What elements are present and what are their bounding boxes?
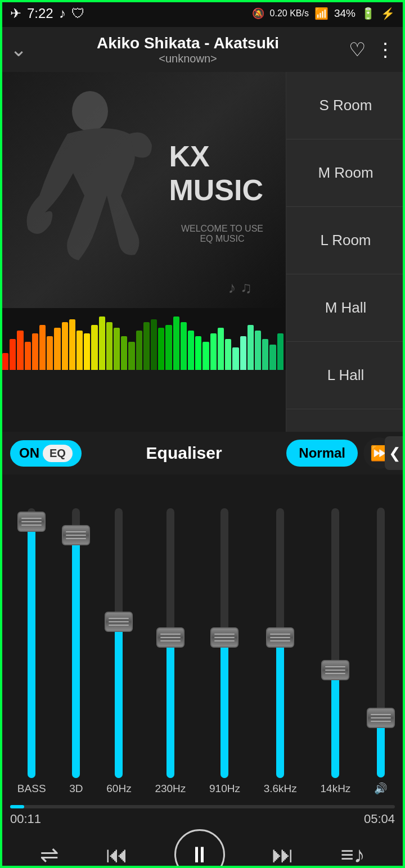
- dropdown-item[interactable]: M Hall: [286, 274, 405, 342]
- slider-fill: [115, 622, 123, 778]
- slider-track[interactable]: [115, 508, 123, 778]
- bolt-icon: ⚡: [381, 7, 395, 20]
- shuffle-button[interactable]: ⇌: [40, 842, 59, 867]
- slider-track[interactable]: [166, 508, 174, 778]
- player-header: ⌄ Akiko Shikata - Akatsuki <unknown> ♡ ⋮: [0, 27, 405, 72]
- visualizer-bar: [39, 325, 46, 370]
- back-button[interactable]: ⌄: [10, 38, 27, 61]
- slider-label: 910Hz: [209, 783, 240, 801]
- slider-thumb[interactable]: [210, 627, 238, 648]
- previous-button[interactable]: ⏮: [106, 842, 128, 867]
- slider-track[interactable]: [72, 508, 80, 778]
- thumb-line: [160, 637, 181, 638]
- slider-column: 3.6kHz: [264, 480, 297, 801]
- thumb-line: [371, 714, 391, 715]
- music-note-icon: ♪: [59, 6, 66, 21]
- visualizer-bar: [181, 322, 187, 370]
- slider-fill: [28, 522, 35, 778]
- slider-fill: [220, 638, 228, 778]
- speed-indicator: 0.20 KB/s: [270, 8, 309, 19]
- progress-times: 00:11 05:04: [10, 812, 395, 826]
- slider-column: 910Hz: [209, 480, 240, 801]
- thumb-line: [160, 634, 181, 635]
- more-options-button[interactable]: ⋮: [376, 38, 395, 61]
- progress-bar[interactable]: [10, 805, 395, 808]
- eq-badge: EQ: [43, 445, 73, 462]
- slider-fill: [276, 638, 284, 778]
- visualizer-bar: [114, 328, 120, 370]
- thumb-line: [214, 637, 235, 638]
- visualizer-bar: [76, 331, 83, 370]
- visualizer-bar: [151, 319, 157, 370]
- slider-column: 60Hz: [106, 480, 131, 801]
- visualizer-bar: [218, 328, 224, 370]
- slider-fill: [166, 638, 174, 778]
- main-content: KX MUSIC WELCOME TO USE EQ MUSIC ♪ ♫ S R…: [0, 72, 405, 432]
- slider-thumb[interactable]: [105, 612, 133, 632]
- visualizer-bar: [136, 331, 142, 370]
- eq-collapse-button[interactable]: ❮: [385, 436, 405, 470]
- slider-thumb[interactable]: [266, 627, 294, 648]
- slider-thumb[interactable]: [17, 512, 46, 532]
- shield-icon: 🛡: [71, 6, 85, 21]
- progress-area: 00:11 05:04: [0, 801, 405, 826]
- thumb-line: [214, 640, 235, 641]
- album-art: KX MUSIC WELCOME TO USE EQ MUSIC ♪ ♫: [0, 72, 286, 308]
- slider-track[interactable]: [220, 508, 228, 778]
- slider-column: 🔊: [374, 480, 388, 801]
- visualizer-bar: [10, 339, 16, 370]
- slider-track[interactable]: [331, 508, 339, 778]
- slider-label: 230Hz: [155, 783, 186, 801]
- dropdown-item[interactable]: S Room: [286, 72, 405, 139]
- thumb-line: [325, 670, 345, 671]
- visualizer-bar: [202, 342, 209, 370]
- sliders-area: BASS3D60Hz230Hz910Hz3.6kHz14kHz🔊: [0, 474, 405, 801]
- thumb-line: [66, 531, 86, 532]
- visualizer-bar: [210, 333, 217, 370]
- eq-preset-button[interactable]: Normal: [286, 440, 358, 467]
- favorite-button[interactable]: ♡: [349, 38, 366, 61]
- pause-button[interactable]: ⏸: [174, 829, 225, 868]
- visualizer-bar: [25, 342, 31, 370]
- visualizer-bar: [165, 325, 172, 370]
- thumb-line: [109, 625, 129, 626]
- slider-column: BASS: [17, 480, 46, 801]
- slider-label: 🔊: [374, 782, 388, 801]
- visualizer-bar: [69, 319, 75, 370]
- status-left: ✈ 7:22 ♪ 🛡: [10, 6, 85, 21]
- slider-thumb[interactable]: [62, 525, 90, 545]
- slider-thumb[interactable]: [156, 627, 184, 648]
- playlist-button[interactable]: ≡♪: [340, 842, 364, 867]
- dropdown-item[interactable]: M Room: [286, 139, 405, 207]
- dropdown-item[interactable]: L Room: [286, 207, 405, 274]
- thumb-line: [21, 518, 42, 519]
- thumb-line: [109, 618, 129, 619]
- thumb-line: [270, 634, 290, 635]
- battery-icon: 🔋: [361, 7, 375, 20]
- slider-track[interactable]: [28, 508, 35, 778]
- slider-track[interactable]: [276, 508, 284, 778]
- eq-on-button[interactable]: ON EQ: [10, 440, 82, 467]
- visualizer-bar: [17, 331, 23, 370]
- mute-icon: 🔕: [252, 7, 264, 20]
- visualizer-bar: [269, 345, 276, 370]
- slider-thumb[interactable]: [367, 708, 395, 728]
- slider-thumb[interactable]: [321, 660, 349, 680]
- current-time: 00:11: [10, 812, 41, 826]
- thumb-line: [66, 535, 86, 536]
- visualizer-bar: [91, 325, 97, 370]
- dropdown-item[interactable]: L Hall: [286, 342, 405, 409]
- track-title: Akiko Shikata - Akatsuki: [36, 34, 340, 52]
- visualizer-bar: [84, 333, 90, 370]
- thumb-line: [214, 634, 235, 635]
- slider-track[interactable]: [377, 508, 385, 777]
- next-button[interactable]: ⏭: [272, 842, 294, 867]
- thumb-line: [270, 637, 290, 638]
- thumb-line: [21, 521, 42, 522]
- welcome-text: WELCOME TO USE EQ MUSIC: [181, 224, 263, 244]
- slider-label: 60Hz: [106, 783, 131, 801]
- airplane-icon: ✈: [10, 6, 21, 21]
- visualizer-bar: [128, 342, 134, 370]
- slider-fill: [72, 535, 80, 778]
- visualizer-bar: [225, 339, 231, 370]
